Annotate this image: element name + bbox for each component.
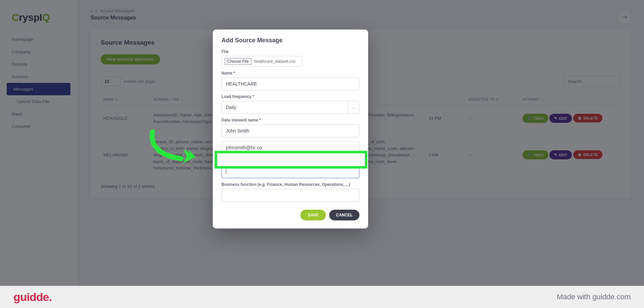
load-frequency-select[interactable]: [221, 101, 359, 114]
data-steward-name-input[interactable]: [221, 124, 359, 137]
name-input[interactable]: [221, 78, 359, 90]
name-label: Name *: [221, 71, 359, 75]
choose-file-button[interactable]: Choose File: [225, 58, 251, 65]
biz-label: Business function (e.g. Finance, Human R…: [221, 182, 359, 187]
cancel-button[interactable]: CANCEL: [329, 210, 359, 220]
bottom-bar: guidde. Made with guidde.com: [0, 286, 644, 308]
save-button[interactable]: SAVE: [300, 210, 326, 220]
file-label: File: [221, 49, 359, 54]
add-source-message-modal: Add Source Message File Choose File heal…: [213, 30, 368, 228]
file-name: healthcare_dataset.csv: [254, 59, 295, 64]
annotation-highlight: [215, 151, 367, 168]
guidde-logo: guidde.: [13, 291, 52, 304]
steward-label: Data steward name *: [221, 118, 359, 122]
file-input-row: Choose File healthcare_dataset.csv: [221, 56, 302, 67]
made-with-text: Made with guidde.com: [557, 293, 631, 301]
text-cursor: [226, 169, 226, 174]
modal-title: Add Source Message: [221, 37, 359, 44]
freq-label: Load frequency *: [221, 94, 359, 99]
business-function-input[interactable]: [221, 189, 359, 202]
